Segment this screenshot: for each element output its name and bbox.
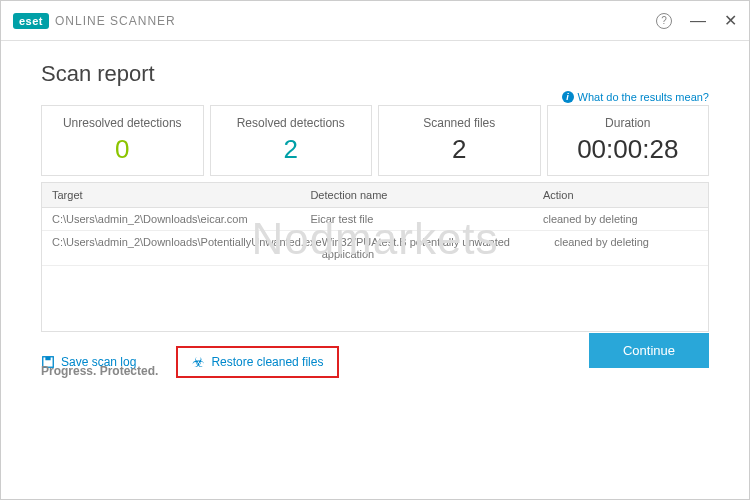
cell-target: C:\Users\admin_2\Downloads\eicar.com: [52, 213, 310, 225]
cell-detection: Eicar test file: [310, 213, 543, 225]
stat-value: 00:00:28: [556, 134, 701, 165]
cell-action: cleaned by deleting: [543, 213, 698, 225]
main-content: Scan report i What do the results mean? …: [1, 41, 749, 388]
minimize-button[interactable]: —: [690, 13, 706, 29]
col-target: Target: [52, 189, 310, 201]
cell-target: C:\Users\admin_2\Downloads\PotentiallyUn…: [52, 236, 322, 260]
brand-logo: eset ONLINE SCANNER: [13, 13, 176, 29]
stat-value: 2: [219, 134, 364, 165]
footer-tagline: Progress. Protected.: [41, 364, 158, 378]
page-title: Scan report: [41, 61, 709, 87]
stat-value: 0: [50, 134, 195, 165]
stat-label: Scanned files: [387, 116, 532, 130]
logo-badge: eset: [13, 13, 49, 29]
restore-highlight: ☣ Restore cleaned files: [176, 346, 339, 378]
table-row[interactable]: C:\Users\admin_2\Downloads\eicar.com Eic…: [42, 208, 708, 231]
close-button[interactable]: ✕: [724, 13, 737, 29]
info-icon: i: [562, 91, 574, 103]
table-row[interactable]: C:\Users\admin_2\Downloads\PotentiallyUn…: [42, 231, 708, 266]
stat-duration: Duration 00:00:28: [547, 105, 710, 176]
stat-label: Resolved detections: [219, 116, 364, 130]
detections-table: Target Detection name Action C:\Users\ad…: [41, 182, 709, 332]
restore-files-link[interactable]: ☣ Restore cleaned files: [192, 354, 323, 370]
col-detection: Detection name: [310, 189, 543, 201]
col-action: Action: [543, 189, 698, 201]
table-header: Target Detection name Action: [42, 183, 708, 208]
cell-action: cleaned by deleting: [554, 236, 709, 260]
results-help-text: What do the results mean?: [578, 91, 709, 103]
stat-scanned: Scanned files 2: [378, 105, 541, 176]
restore-label: Restore cleaned files: [211, 355, 323, 369]
biohazard-icon: ☣: [192, 354, 205, 370]
stat-value: 2: [387, 134, 532, 165]
product-name: ONLINE SCANNER: [55, 14, 176, 28]
titlebar: eset ONLINE SCANNER ? — ✕: [1, 1, 749, 41]
cell-detection: Win32/PUAtest.B potentially unwanted app…: [322, 236, 555, 260]
stat-resolved: Resolved detections 2: [210, 105, 373, 176]
svg-rect-1: [45, 357, 50, 361]
stat-label: Duration: [556, 116, 701, 130]
continue-button[interactable]: Continue: [589, 333, 709, 368]
help-icon[interactable]: ?: [656, 13, 672, 29]
stat-label: Unresolved detections: [50, 116, 195, 130]
results-help-link[interactable]: i What do the results mean?: [562, 91, 709, 103]
stats-row: Unresolved detections 0 Resolved detecti…: [41, 105, 709, 176]
stat-unresolved: Unresolved detections 0: [41, 105, 204, 176]
